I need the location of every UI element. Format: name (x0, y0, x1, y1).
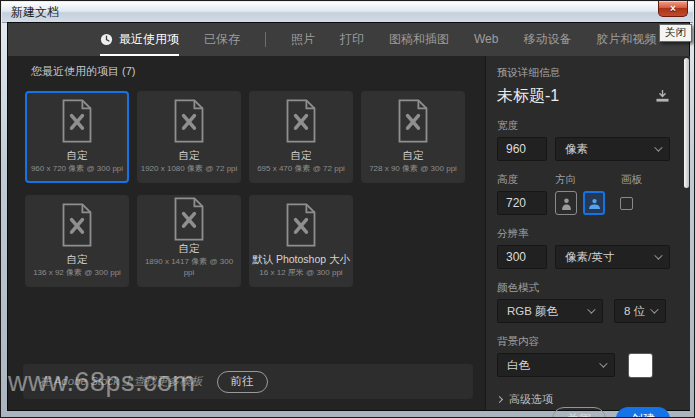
window-close-button[interactable]: × (658, 1, 688, 17)
document-icon (171, 196, 207, 242)
background-value: 白色 (507, 358, 530, 373)
save-preset-icon[interactable] (655, 90, 670, 103)
bit-depth-value: 8 位 (624, 304, 645, 319)
resolution-unit-value: 像素/英寸 (565, 250, 614, 265)
titlebar: 新建文档 (2, 2, 693, 23)
tab-label: 移动设备 (523, 31, 571, 48)
chevron-down-icon (587, 305, 595, 313)
width-label: 宽度 (497, 119, 670, 133)
tab-label: 照片 (291, 31, 315, 48)
card-name: 自定 (291, 149, 312, 163)
close-button[interactable]: 关闭 (552, 407, 606, 418)
card-name: 自定 (403, 149, 424, 163)
resolution-unit-select[interactable]: 像素/英寸 (555, 245, 670, 269)
recent-section-header: 您最近使用的项目 (7) (31, 64, 485, 79)
document-icon (171, 93, 207, 149)
document-title[interactable]: 未标题-1 (497, 86, 559, 107)
width-unit-select[interactable]: 像素 (555, 137, 670, 161)
panel-scrollbar-thumb[interactable] (684, 58, 689, 188)
recent-doc-card[interactable]: 自定 1890 x 1417 像素 @ 300 ppi (137, 195, 241, 287)
tab-film-video[interactable]: 胶片和视频 (596, 23, 656, 56)
background-label: 背景内容 (497, 335, 670, 349)
landscape-orientation-icon (587, 198, 602, 209)
card-name: 默认 Photoshop 大小 (252, 253, 350, 267)
width-input[interactable] (497, 137, 547, 161)
chevron-down-icon (650, 305, 658, 313)
recent-doc-card[interactable]: 自定 136 x 92 像素 @ 300 ppi (25, 195, 129, 287)
portrait-orientation-icon (561, 197, 572, 210)
tab-label: 图稿和插图 (389, 31, 449, 48)
tab-label: 已保存 (204, 31, 240, 48)
color-mode-select[interactable]: RGB 颜色 (497, 299, 603, 323)
landscape-orientation-button[interactable] (583, 191, 605, 215)
color-mode-value: RGB 颜色 (507, 304, 558, 319)
tab-label: Web (474, 32, 498, 46)
tab-recent[interactable]: 最近使用项 (100, 23, 179, 56)
card-spec: 1920 x 1080 像素 @ 72 ppi (141, 163, 238, 174)
bit-depth-select[interactable]: 8 位 (614, 299, 666, 323)
recent-doc-card[interactable]: 自定 960 x 720 像素 @ 300 ppi (25, 91, 129, 183)
card-name: 自定 (67, 149, 88, 163)
category-tabbar: 最近使用项 已保存 照片 打印 图稿和插图 Web 移动设备 胶片和视频 (8, 23, 689, 56)
resolution-label: 分辨率 (497, 227, 670, 241)
document-icon (59, 197, 95, 253)
card-spec: 136 x 92 像素 @ 300 ppi (33, 267, 121, 278)
tab-label: 胶片和视频 (596, 31, 656, 48)
tab-illustration[interactable]: 图稿和插图 (389, 23, 449, 56)
close-icon: × (670, 4, 676, 14)
chevron-down-icon (654, 251, 662, 259)
card-name: 自定 (179, 242, 200, 256)
document-icon (283, 93, 319, 149)
card-name: 自定 (67, 253, 88, 267)
recent-doc-card[interactable]: 默认 Photoshop 大小 16 x 12 厘米 @ 300 ppi (249, 195, 353, 287)
card-spec: 1890 x 1417 像素 @ 300 ppi (139, 256, 239, 278)
card-spec: 960 x 720 像素 @ 300 ppi (31, 163, 123, 174)
height-label: 高度 (497, 173, 555, 187)
preset-details-panel: 预设详细信息 未标题-1 宽度 像素 (485, 56, 690, 410)
tab-saved[interactable]: 已保存 (204, 23, 240, 56)
tab-web[interactable]: Web (474, 23, 498, 56)
tab-label: 打印 (340, 31, 364, 48)
new-document-dialog: 最近使用项 已保存 照片 打印 图稿和插图 Web 移动设备 胶片和视频 (7, 22, 690, 411)
orientation-label: 方向 (555, 173, 621, 187)
recent-doc-card[interactable]: 自定 1920 x 1080 像素 @ 72 ppi (137, 91, 241, 183)
document-icon (283, 197, 319, 253)
card-name: 自定 (179, 149, 200, 163)
stock-search-text: 在 Adobe Stock 上查找更多模板 (39, 374, 203, 389)
go-button[interactable]: 前往 (217, 371, 268, 393)
artboard-label: 画板 (621, 173, 642, 187)
color-mode-label: 颜色模式 (497, 281, 670, 295)
advanced-options-toggle[interactable]: 高级选项 (497, 392, 670, 407)
recent-doc-card[interactable]: 自定 695 x 470 像素 @ 72 ppi (249, 91, 353, 183)
tab-label: 最近使用项 (119, 31, 179, 48)
background-select[interactable]: 白色 (497, 353, 615, 377)
advanced-options-label: 高级选项 (509, 392, 553, 407)
recent-items-pane: 您最近使用的项目 (7) 自定 960 x 720 像素 @ 300 pp (8, 56, 485, 410)
clock-icon (100, 33, 113, 46)
portrait-orientation-button[interactable] (555, 191, 577, 215)
resolution-input[interactable] (497, 245, 547, 269)
close-tooltip: 关闭 (659, 24, 692, 42)
chevron-down-icon (654, 143, 662, 151)
card-spec: 728 x 90 像素 @ 300 ppi (369, 163, 457, 174)
stock-search-bar[interactable]: 在 Adobe Stock 上查找更多模板 前往 (23, 364, 473, 399)
tab-print[interactable]: 打印 (340, 23, 364, 56)
background-color-swatch[interactable] (629, 354, 652, 377)
document-icon (59, 93, 95, 149)
document-icon (395, 93, 431, 149)
artboard-checkbox[interactable] (620, 197, 633, 210)
recent-doc-card[interactable]: 自定 728 x 90 像素 @ 300 ppi (361, 91, 465, 183)
new-document-window: 新建文档 × 关闭 www.68ps.com 最近使用项 已保存 (0, 0, 695, 418)
card-spec: 695 x 470 像素 @ 72 ppi (257, 163, 345, 174)
tab-photo[interactable]: 照片 (291, 23, 315, 56)
tab-divider (265, 32, 266, 47)
preset-details-header: 预设详细信息 (497, 66, 670, 80)
card-spec: 16 x 12 厘米 @ 300 ppi (259, 267, 342, 278)
window-title: 新建文档 (11, 4, 59, 21)
width-unit-value: 像素 (565, 142, 588, 157)
height-input[interactable] (497, 191, 547, 215)
create-button[interactable]: 创建 (616, 407, 670, 418)
tab-mobile[interactable]: 移动设备 (523, 23, 571, 56)
chevron-down-icon (599, 359, 607, 367)
recent-items-grid: 自定 960 x 720 像素 @ 300 ppi 自定 (25, 91, 485, 287)
